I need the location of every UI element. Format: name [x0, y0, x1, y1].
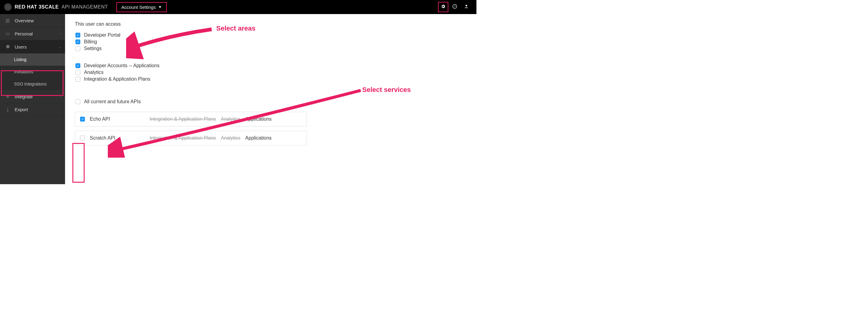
sidebar-item-users-invitations[interactable]: Invitations	[0, 66, 65, 78]
api-row-echo: ✓ Echo API Integration & Application Pla…	[75, 112, 307, 126]
perm-analytics-row: Analytics	[75, 70, 464, 75]
topbar: RED HAT 3SCALE API MANAGEMENT Account Se…	[0, 0, 476, 14]
perm-devaccounts-checkbox[interactable]: ✓	[75, 63, 80, 68]
area-devportal-row: ✓ Developer Portal	[75, 32, 464, 38]
sidebar-item-label: Overview	[15, 18, 34, 23]
sidebar: ▥ Overview ▭ Personal › ⚉ Users ⌄ Listin…	[0, 14, 65, 184]
svg-point-2	[465, 5, 467, 6]
api-name: Scratch API	[90, 135, 145, 141]
svg-text:?: ?	[454, 5, 456, 8]
perm-analytics-checkbox[interactable]	[75, 70, 80, 75]
chevron-right-icon: ›	[60, 32, 61, 35]
cogs-icon: ✻	[5, 94, 10, 99]
api-echo-checkbox[interactable]: ✓	[80, 117, 85, 122]
all-apis-label: All current and future APIs	[84, 99, 141, 104]
user-menu-button[interactable]	[461, 2, 471, 12]
sidebar-item-integrate[interactable]: ✻ Integrate ›	[0, 90, 65, 103]
help-icon: ?	[452, 4, 457, 10]
api-int-col: Integration & Application Plans	[150, 116, 216, 122]
sidebar-item-label: SSO Integrations	[14, 82, 47, 87]
api-name: Echo API	[90, 116, 145, 122]
area-label: Developer Portal	[84, 32, 120, 38]
sidebar-item-users-sso[interactable]: SSO Integrations	[0, 78, 65, 90]
sidebar-item-label: Personal	[15, 31, 33, 36]
chevron-down-icon: ▼	[158, 5, 162, 9]
brand-3scale: 3SCALE	[38, 4, 59, 9]
api-apps-col: Applications	[245, 135, 272, 141]
sidebar-item-label: Listing	[14, 57, 26, 62]
sidebar-item-overview[interactable]: ▥ Overview	[0, 14, 65, 27]
area-devportal-checkbox[interactable]: ✓	[75, 33, 80, 37]
sidebar-item-personal[interactable]: ▭ Personal ›	[0, 27, 65, 40]
area-billing-checkbox[interactable]: ✓	[75, 39, 80, 44]
sidebar-item-users[interactable]: ⚉ Users ⌄	[0, 40, 65, 54]
content: ▥ Overview ▭ Personal › ⚉ Users ⌄ Listin…	[0, 14, 476, 184]
brand-logo-icon	[4, 3, 11, 11]
sidebar-item-label: Invitations	[14, 69, 33, 74]
brand-apimgmt: API MANAGEMENT	[61, 4, 108, 9]
area-billing-row: ✓ Billing	[75, 39, 464, 44]
chevron-down-icon: ⌄	[59, 45, 61, 49]
map-icon: ▥	[5, 18, 10, 23]
chevron-right-icon: ›	[60, 95, 61, 98]
area-label: Settings	[84, 46, 102, 51]
perm-label: Integration & Application Plans	[84, 77, 150, 82]
api-analytics-col: Analytics	[221, 116, 240, 122]
download-icon: ⭳	[5, 107, 10, 112]
annotation-frame-api-checkboxes	[72, 143, 85, 183]
api-int-col: Integration & Application Plans	[150, 135, 216, 141]
gear-icon	[441, 4, 445, 10]
brand-redhat: RED HAT	[15, 4, 37, 9]
brand: RED HAT 3SCALE API MANAGEMENT	[4, 3, 108, 11]
api-analytics-col: Analytics	[221, 135, 240, 141]
sidebar-item-export[interactable]: ⭳ Export	[0, 103, 65, 116]
help-button[interactable]: ?	[450, 2, 460, 12]
perm-intplans-row: Integration & Application Plans	[75, 77, 464, 82]
users-icon: ⚉	[5, 44, 10, 50]
sidebar-item-label: Export	[15, 107, 28, 112]
sidebar-item-label: Integrate	[15, 94, 33, 99]
perm-label: Analytics	[84, 70, 103, 75]
sidebar-item-label: Users	[15, 44, 27, 50]
brand-text: RED HAT 3SCALE API MANAGEMENT	[15, 4, 108, 10]
area-settings-checkbox[interactable]	[75, 46, 80, 51]
id-card-icon: ▭	[5, 31, 10, 36]
all-apis-row: All current and future APIs	[75, 99, 464, 104]
api-scratch-checkbox[interactable]	[80, 135, 85, 141]
api-apps-col: Applications	[245, 116, 272, 122]
settings-gear-button[interactable]	[438, 2, 448, 12]
area-label: Billing	[84, 39, 97, 44]
context-dropdown[interactable]: Account Settings ▼	[116, 2, 166, 12]
user-icon	[464, 4, 469, 10]
perm-label: Developer Accounts -- Applications	[84, 63, 159, 68]
main-panel: This user can access ✓ Developer Portal …	[65, 14, 476, 184]
area-settings-row: Settings	[75, 46, 464, 51]
perm-intplans-checkbox[interactable]	[75, 77, 80, 82]
all-apis-checkbox[interactable]	[75, 99, 80, 104]
access-heading: This user can access	[75, 21, 464, 27]
sidebar-item-users-listing[interactable]: Listing	[0, 54, 65, 66]
context-dropdown-label: Account Settings	[121, 5, 156, 10]
perm-devaccounts-row: ✓ Developer Accounts -- Applications	[75, 63, 464, 68]
api-row-scratch: Scratch API Integration & Application Pl…	[75, 131, 307, 145]
